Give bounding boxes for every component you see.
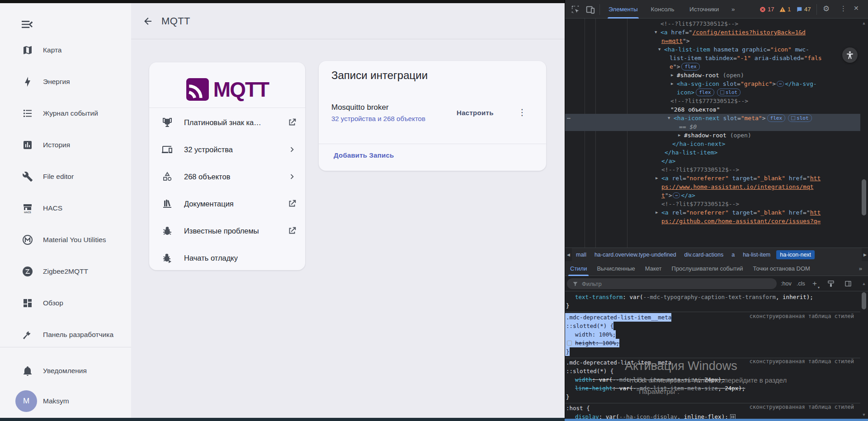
back-arrow-icon[interactable] <box>142 16 153 27</box>
styles-tab-1[interactable]: Вычисленные <box>597 261 635 276</box>
external-link-icon[interactable] <box>287 117 297 127</box>
tree-line[interactable]: ▶<a rel="noreferrer" target="_blank" hre… <box>565 208 860 217</box>
attribute-link[interactable]: t <box>661 192 665 199</box>
css-line[interactable]: display: var(--ha-icon-display, inline-f… <box>565 412 860 419</box>
rendering-emulation-icon[interactable] <box>827 280 835 287</box>
dock-panel-icon[interactable] <box>844 280 852 287</box>
new-style-rule-button[interactable]: + <box>812 276 817 291</box>
user-name[interactable]: Maksym <box>43 397 69 405</box>
css-line[interactable]: } <box>565 347 860 356</box>
more-tabs-chevron[interactable]: » <box>731 0 736 19</box>
breadcrumb-right-arrow[interactable]: ▶ <box>862 248 868 262</box>
css-line[interactable]: ::slotted(*) { <box>565 367 860 375</box>
tree-line[interactable]: ps://github.com/home-assistant/core/issu… <box>565 217 860 225</box>
css-line[interactable]: ::slotted(*) { <box>565 322 860 330</box>
css-line[interactable]: line-height: var(--mdc-list-item-meta-si… <box>565 384 860 393</box>
more-style-tabs-chevron[interactable]: » <box>859 261 862 276</box>
styles-tab-2[interactable]: Макет <box>645 261 662 276</box>
tree-line[interactable]: ▼<a href="/config/entities?historyBack=1… <box>565 28 860 37</box>
sidebar-item-developer-tools[interactable]: Панель разработчика <box>0 322 131 347</box>
css-line[interactable]: width: var(--mdc-list-item-meta-size, 24… <box>565 375 860 384</box>
attribute-link[interactable]: ps://www.home-assistant.io/integrations/… <box>661 183 814 190</box>
sidebar-item-energy[interactable]: Энергия <box>0 69 131 94</box>
tree-line[interactable]: </ha-icon-next> <box>565 140 860 148</box>
twisty-closed-icon[interactable]: ▶ <box>678 131 680 140</box>
mqtt-row-known-issues[interactable]: Известные проблемы <box>149 217 305 244</box>
tree-line[interactable]: e">flex <box>565 62 860 71</box>
mqtt-row-start-debug[interactable]: Начать отладку <box>149 244 305 271</box>
css-line[interactable]: text-transform: var(--mdc-typography-cap… <box>565 293 860 301</box>
twisty-closed-icon[interactable]: ▶ <box>671 71 673 80</box>
external-link-icon[interactable] <box>287 226 297 236</box>
styles-tab-4[interactable]: Точки останова DOM <box>753 261 810 276</box>
flex-badge[interactable]: flex <box>767 114 786 122</box>
css-line[interactable]: .mdc-deprecated-list-item__meta <box>565 358 860 367</box>
tree-line[interactable]: ▶#shadow-root (open) <box>565 71 860 80</box>
breadcrumb-item[interactable]: a <box>731 252 735 258</box>
add-entry-button[interactable]: Добавить Запись <box>334 151 394 159</box>
flex-badge[interactable]: flex <box>696 89 714 96</box>
tree-line[interactable]: ▶<ha-svg-icon slot="graphic">⋯</ha-svg- <box>565 80 860 88</box>
css-line[interactable]: .mdc-deprecated-list-item__meta <box>565 313 860 322</box>
attribute-link[interactable]: htt <box>810 175 821 182</box>
tree-line[interactable]: == $0 <box>565 122 860 131</box>
twisty-open-icon[interactable]: ▼ <box>658 45 660 54</box>
sidebar-item-notifications[interactable]: Уведомления <box>0 358 131 384</box>
mqtt-row-devices[interactable]: 32 устройства <box>149 136 305 163</box>
tab-источники[interactable]: Источники <box>689 0 720 19</box>
styles-tab-3[interactable]: Прослушиватели событий <box>672 261 743 276</box>
tree-line[interactable]: </ha-list-item> <box>565 148 860 157</box>
entry-menu-kebab-icon[interactable]: ⋮ <box>517 107 528 118</box>
sidebar-item-zigbee2mqtt[interactable]: Zigbee2MQTT <box>0 259 131 284</box>
expand-ellipsis-button[interactable]: ⋯ <box>777 81 784 87</box>
styles-tab-styles[interactable]: Стили <box>570 261 587 276</box>
breadcrumb-item[interactable]: ha-list-item <box>743 252 770 258</box>
tree-line[interactable]: <!--?lit$777330512$--> <box>565 19 860 28</box>
expand-ellipsis-button[interactable]: ⋯ <box>673 192 680 198</box>
tree-scroll-up[interactable]: ▲ <box>860 21 868 25</box>
mqtt-row-entities[interactable]: 268 объектов <box>149 163 305 190</box>
external-link-icon[interactable] <box>287 199 297 209</box>
breadcrumb-item[interactable]: mall <box>576 252 586 258</box>
tree-line[interactable]: ▶#shadow-root (open) <box>565 131 860 140</box>
sidebar-item-hacs[interactable]: HACSHACS <box>0 196 131 221</box>
sidebar-item-material-you[interactable]: Material You Utilities <box>0 227 131 253</box>
tree-line[interactable]: list-item tabindex="-1" aria-disabled="f… <box>565 54 860 62</box>
tree-line[interactable]: ▼<ha-list-item hasmeta graphic="icon" mw… <box>565 45 860 54</box>
flex-editor-icon[interactable] <box>730 414 736 419</box>
entry-subtitle-link[interactable]: 32 устройства и 268 объектов <box>331 115 425 122</box>
tree-line[interactable]: ps://www.home-assistant.io/integrations/… <box>565 182 860 191</box>
css-line[interactable]: width: 100%; <box>565 330 860 339</box>
css-line[interactable]: } <box>565 393 860 401</box>
sidebar-item-overview[interactable]: Обзор <box>0 290 131 316</box>
styles-scroll-down[interactable]: ▼ <box>860 412 868 417</box>
settings-gear-icon[interactable]: ⚙ <box>823 4 830 14</box>
slot-badge[interactable]: slot <box>717 89 741 96</box>
css-line[interactable]: } <box>565 301 860 310</box>
devtools-kebab-icon[interactable]: ⋮ <box>840 5 847 13</box>
tree-line[interactable]: ▶<a rel="noreferrer" target="_blank" hre… <box>565 174 860 182</box>
tree-line[interactable]: </a> <box>565 157 860 165</box>
tab-консоль[interactable]: Консоль <box>650 0 675 19</box>
devtools-close-icon[interactable]: ✕ <box>854 5 859 12</box>
configure-button[interactable]: Настроить <box>457 109 494 117</box>
toggle-cls-button[interactable]: .cls <box>797 276 805 291</box>
console-warnings-badge[interactable]: 1 <box>779 0 791 19</box>
mqtt-row-quality-badge[interactable]: Платиновый знак ка… <box>149 109 305 136</box>
sidebar-toggle-icon[interactable] <box>20 17 34 32</box>
sidebar-item-logbook[interactable]: Журнал событий <box>0 101 131 126</box>
tree-line[interactable]: <!--?lit$777330512$--> <box>565 165 860 174</box>
tree-scrollbar-thumb[interactable] <box>862 179 866 215</box>
attribute-link[interactable]: ps://github.com/home-assistant/core/issu… <box>661 218 821 225</box>
breadcrumb-item-selected[interactable]: ha-icon-next <box>776 250 815 259</box>
avatar[interactable]: M <box>15 390 37 412</box>
attribute-link[interactable]: n=mqtt <box>661 37 683 44</box>
css-line[interactable]: :host { <box>565 404 860 412</box>
tree-line[interactable]: "268 объектов" <box>565 105 860 114</box>
tree-line[interactable]: icon>flexslot <box>565 88 860 97</box>
tab-элементы[interactable]: Элементы <box>608 0 639 19</box>
breadcrumb-item[interactable]: ha-card.overview.type-undefined <box>594 252 676 258</box>
styles-filter-input[interactable]: Фильтр <box>567 278 777 289</box>
twisty-closed-icon[interactable]: ▶ <box>656 208 658 217</box>
console-messages-badge[interactable]: 47 <box>796 0 811 19</box>
